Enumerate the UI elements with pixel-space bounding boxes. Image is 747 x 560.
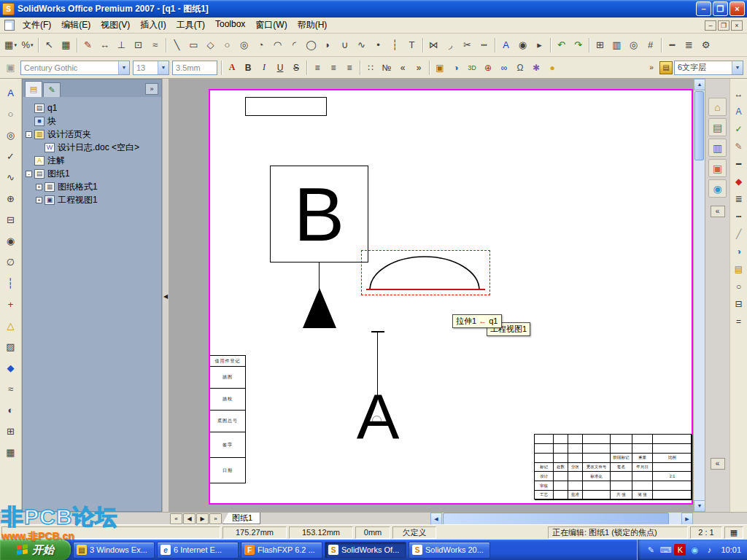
equal-spacing-button[interactable]: =	[731, 314, 747, 330]
sketch-text-button[interactable]: T	[403, 36, 420, 53]
taskpane-collapse-button-top[interactable]: «	[711, 206, 725, 217]
bold-button[interactable]: B	[240, 61, 256, 75]
layer-combo[interactable]: 6文字层▼	[674, 61, 743, 75]
line-thickness-button[interactable]: ≣	[731, 191, 747, 207]
undo-button[interactable]: ↶	[553, 36, 570, 53]
mdi-restore-button[interactable]: ❐	[718, 20, 729, 31]
sketch-button[interactable]: ✎	[80, 36, 96, 53]
collapse-icon[interactable]: -	[26, 171, 32, 177]
redo-button[interactable]: ↷	[570, 36, 587, 53]
mirror-entities-button[interactable]: ⋈	[425, 36, 442, 53]
options-button[interactable]: ⚙	[697, 36, 714, 53]
scroll-left-button[interactable]: ◀	[430, 513, 442, 525]
start-button[interactable]: 开始	[0, 540, 71, 560]
align-left-button[interactable]: ≡	[309, 61, 325, 75]
parabola-button[interactable]: ∪	[336, 36, 353, 53]
task-internet-explorer[interactable]: e6 Internet E...	[157, 542, 239, 559]
menu-toolbox[interactable]: Toolbox	[210, 17, 250, 34]
expand-icon[interactable]: +	[36, 197, 42, 203]
menu-tools[interactable]: 工具(T)	[171, 17, 210, 34]
tree-expand-button[interactable]: »	[145, 83, 158, 95]
layer-properties-button[interactable]: ≣	[681, 36, 697, 53]
trim-entities-button[interactable]: ✂	[459, 36, 476, 53]
bullets-button[interactable]: ∷	[363, 61, 379, 75]
tree-item-design-binder[interactable]: -▥设计活页夹	[26, 128, 160, 141]
spell-checker-button[interactable]: ✓	[731, 121, 747, 137]
tree-item-drawing-view1[interactable]: +▣工程视图1	[26, 193, 160, 206]
fillet-entities-button[interactable]: ◞	[442, 36, 459, 53]
balloon-button[interactable]: ◉	[514, 36, 531, 53]
view-palette-button[interactable]: ▣	[432, 61, 448, 75]
selected-edge[interactable]	[366, 289, 485, 290]
outdent-button[interactable]: «	[395, 61, 411, 75]
font-name-combo[interactable]: Century Gothic▼	[20, 61, 130, 75]
area-hatch-button[interactable]: ▨	[1, 337, 20, 356]
sheet-tab[interactable]: 图纸1	[222, 513, 260, 524]
restore-button[interactable]: ❐	[713, 1, 728, 16]
ellipse-button[interactable]: ◯	[303, 36, 320, 53]
color-display-mode-button[interactable]: ◑	[731, 244, 747, 260]
taskpane-collapse-button-bottom[interactable]: «	[711, 458, 725, 470]
sheet-properties-button[interactable]: ▦▾	[2, 36, 19, 53]
toolbar-overflow-button[interactable]: »	[646, 61, 657, 75]
view-a-box[interactable]: A	[352, 388, 403, 446]
add-relation-button[interactable]: ⊥	[113, 36, 130, 53]
model-items-button[interactable]: ▸	[531, 36, 548, 53]
centerline-sketch-button[interactable]: ┆	[387, 36, 403, 53]
block-button[interactable]: ◆	[1, 358, 20, 377]
three-point-arc-button[interactable]: ◜	[286, 36, 303, 53]
grid-settings-button[interactable]: ▦	[58, 36, 74, 53]
menu-window[interactable]: 窗口(W)	[250, 17, 292, 34]
geometric-tolerance-button[interactable]: ⊕	[1, 189, 20, 208]
design-library-button[interactable]: ▤	[708, 118, 727, 136]
keyboard-tray-icon[interactable]: ⌨	[659, 544, 671, 556]
view-palette-button[interactable]: ▣	[708, 159, 727, 177]
scroll-right-button[interactable]: ▶	[681, 513, 693, 525]
point-button[interactable]: •	[370, 36, 387, 53]
hide-edge-button[interactable]: ╱	[731, 226, 747, 242]
convert-entities-button[interactable]: ⊡	[130, 36, 147, 53]
balloon-right-button[interactable]: ○	[731, 279, 747, 295]
datum-target-button[interactable]: ◉	[1, 231, 20, 250]
detail-view-button[interactable]: ◎	[625, 36, 642, 53]
line-format-button[interactable]: ━	[664, 36, 681, 53]
drawing-area[interactable]: B 拉伸1 ← q1 工程视图1 A 借用件登记描图描校底	[169, 79, 693, 512]
section-view-button[interactable]: ▥	[608, 36, 625, 53]
menu-insert[interactable]: 插入(I)	[135, 17, 171, 34]
zoom-scale-button[interactable]: %▾	[19, 36, 36, 53]
ole-object-button[interactable]: ⊕	[480, 61, 496, 75]
spline-button[interactable]: ∿	[353, 36, 370, 53]
italic-button[interactable]: I	[256, 61, 272, 75]
prev-sheet-button[interactable]: ◀	[183, 513, 196, 524]
weld-symbol-button[interactable]: ∿	[1, 168, 20, 187]
format-painter-button[interactable]: ✎	[731, 139, 747, 155]
pen-tray-icon[interactable]: ✎	[645, 544, 657, 556]
chevron-down-icon[interactable]: ▼	[732, 61, 743, 74]
hyperlink-button[interactable]: ∞	[496, 61, 512, 75]
appearances-scenes-button[interactable]: ◉	[708, 179, 727, 198]
construction-geometry-button[interactable]: ┅	[476, 36, 492, 53]
expand-icon[interactable]: +	[36, 184, 42, 190]
photo-view-button[interactable]: ◑	[448, 61, 464, 75]
vertical-scrollbar[interactable]: ▲ ▼	[693, 79, 705, 512]
annotation-balloon-button[interactable]: ○	[1, 104, 20, 123]
tree-item-annotations[interactable]: A注解	[26, 154, 160, 167]
horizontal-scrollbar[interactable]: ◀ ▶	[430, 513, 693, 525]
layer-right-button[interactable]: ▤	[731, 261, 747, 277]
weld-caterpillar-button[interactable]: ≈	[1, 379, 20, 398]
font-size-combo[interactable]: 13▼	[133, 61, 169, 75]
strikethrough-button[interactable]: S	[288, 61, 304, 75]
datum-feature-button[interactable]: ⊟	[1, 210, 20, 229]
datum-triangle[interactable]	[303, 288, 336, 328]
vertical-scroll-thumb[interactable]	[694, 91, 704, 160]
parallelogram-button[interactable]: ◇	[202, 36, 219, 53]
last-sheet-button[interactable]: »	[209, 513, 222, 524]
close-button[interactable]: ×	[729, 1, 745, 16]
scroll-up-button[interactable]: ▲	[694, 79, 705, 90]
menu-file[interactable]: 文件(F)	[18, 17, 56, 34]
tree-item-blocks[interactable]: ■块	[26, 114, 160, 128]
arc-entity[interactable]	[365, 252, 484, 293]
tangent-arc-button[interactable]: ◠	[269, 36, 286, 53]
minimize-button[interactable]: –	[696, 1, 711, 16]
menu-help[interactable]: 帮助(H)	[293, 17, 333, 34]
